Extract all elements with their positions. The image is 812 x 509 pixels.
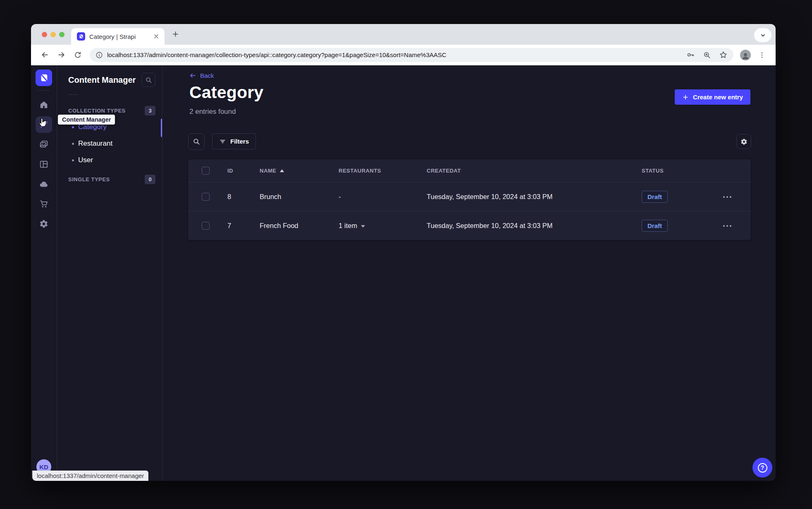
content-manager-tooltip: Content Manager bbox=[58, 115, 115, 125]
search-icon bbox=[193, 138, 200, 145]
content-manager-feather-icon bbox=[39, 120, 48, 129]
view-settings-button[interactable] bbox=[736, 134, 751, 149]
bullet-icon bbox=[72, 159, 74, 161]
cell-name: French Food bbox=[260, 222, 339, 230]
status-badge: Draft bbox=[642, 191, 668, 203]
entries-count: 2 entries found bbox=[189, 108, 236, 116]
rail-divider bbox=[38, 90, 50, 91]
single-types-label: SINGLE TYPES bbox=[68, 176, 110, 182]
active-item-indicator bbox=[161, 119, 162, 137]
gear-icon bbox=[39, 219, 48, 228]
content-type-builder-icon bbox=[39, 160, 48, 169]
question-mark-icon: ? bbox=[758, 463, 767, 473]
column-header-status[interactable]: STATUS bbox=[642, 168, 717, 174]
new-tab-button[interactable] bbox=[172, 30, 179, 38]
row-checkbox[interactable] bbox=[202, 222, 210, 230]
link-preview-status-bar: localhost:1337/admin/content-manager bbox=[32, 471, 148, 481]
browser-tab[interactable]: Category | Strapi bbox=[71, 28, 165, 45]
nav-content-type-builder[interactable] bbox=[36, 156, 52, 173]
select-all-checkbox[interactable] bbox=[202, 167, 210, 175]
strapi-logo[interactable] bbox=[36, 70, 52, 86]
plus-icon bbox=[682, 94, 689, 101]
column-header-createdat[interactable]: CREATEDAT bbox=[427, 168, 642, 174]
single-types-count-badge: 0 bbox=[145, 175, 155, 184]
sidebar-item-restaurant[interactable]: Restaurant bbox=[57, 135, 162, 152]
filter-icon bbox=[219, 138, 226, 145]
nav-settings[interactable] bbox=[36, 216, 52, 232]
nav-home[interactable] bbox=[36, 96, 52, 113]
cell-restaurants: - bbox=[339, 193, 427, 201]
cell-createdat: Tuesday, September 10, 2024 at 3:03 PM bbox=[427, 193, 642, 201]
cell-id: 7 bbox=[227, 222, 260, 230]
forward-nav-icon[interactable] bbox=[54, 48, 68, 62]
tab-close-icon[interactable] bbox=[153, 33, 160, 40]
subnav-search-button[interactable] bbox=[141, 73, 155, 87]
table-row[interactable]: 7 French Food 1 item Tuesday, September … bbox=[188, 211, 751, 240]
status-badge: Draft bbox=[642, 220, 668, 232]
filters-button[interactable]: Filters bbox=[212, 133, 256, 149]
shopping-cart-icon bbox=[39, 199, 48, 209]
back-arrow-icon bbox=[189, 72, 196, 79]
nav-deploy-cloud[interactable] bbox=[36, 176, 52, 192]
main-content: Back Category 2 entries found Create new… bbox=[162, 65, 776, 481]
nav-media-library[interactable] bbox=[36, 136, 52, 153]
strapi-app: KD Content Manager COLLECTION TYPES 3 Ca… bbox=[31, 65, 776, 481]
bullet-icon bbox=[72, 126, 74, 128]
window-controls bbox=[42, 32, 64, 37]
gear-icon bbox=[740, 138, 748, 145]
collection-types-list: Category Restaurant User bbox=[57, 119, 162, 168]
media-library-icon bbox=[39, 140, 48, 149]
collection-types-count-badge: 3 bbox=[145, 106, 155, 115]
fullscreen-window-button[interactable] bbox=[59, 32, 64, 37]
nav-marketplace[interactable] bbox=[36, 196, 52, 212]
help-button[interactable]: ? bbox=[752, 458, 772, 478]
table-row[interactable]: 8 Brunch - Tuesday, September 10, 2024 a… bbox=[188, 182, 751, 211]
browser-toolbar: localhost:1337/admin/content-manager/col… bbox=[31, 45, 776, 65]
browser-window: Category | Strapi localhost:1337/admin/c… bbox=[31, 24, 776, 481]
back-link[interactable]: Back bbox=[189, 72, 214, 79]
expand-relation-caret-icon bbox=[361, 225, 365, 228]
reload-icon[interactable] bbox=[71, 48, 85, 62]
table-search-button[interactable] bbox=[188, 133, 205, 150]
content-manager-subnav: Content Manager COLLECTION TYPES 3 Categ… bbox=[57, 65, 162, 481]
column-header-id[interactable]: ID bbox=[227, 168, 260, 174]
table-header-row: ID NAME RESTAURANTS CREATEDAT STATUS bbox=[188, 159, 751, 182]
tab-title: Category | Strapi bbox=[89, 33, 150, 40]
nav-rail: KD bbox=[31, 65, 57, 481]
back-nav-icon[interactable] bbox=[38, 48, 52, 62]
tab-search-chevron-icon[interactable] bbox=[754, 28, 771, 42]
column-header-restaurants[interactable]: RESTAURANTS bbox=[339, 168, 427, 174]
cell-id: 8 bbox=[227, 193, 260, 201]
browser-profile-avatar[interactable] bbox=[740, 50, 751, 60]
page-title: Category bbox=[189, 83, 263, 102]
cell-createdat: Tuesday, September 10, 2024 at 3:03 PM bbox=[427, 222, 642, 230]
create-new-entry-button[interactable]: Create new entry bbox=[675, 89, 750, 105]
bullet-icon bbox=[72, 143, 74, 145]
column-header-name[interactable]: NAME bbox=[260, 168, 339, 174]
browser-menu-kebab-icon[interactable] bbox=[755, 48, 769, 62]
close-window-button[interactable] bbox=[42, 32, 47, 37]
row-actions-menu-icon[interactable] bbox=[717, 225, 751, 227]
home-icon bbox=[39, 100, 48, 109]
cell-name: Brunch bbox=[260, 193, 339, 201]
nav-content-manager[interactable] bbox=[36, 116, 52, 133]
sort-ascending-icon bbox=[280, 169, 284, 172]
row-checkbox[interactable] bbox=[202, 193, 210, 201]
cell-restaurants[interactable]: 1 item bbox=[339, 222, 427, 230]
url-bar[interactable]: localhost:1337/admin/content-manager/col… bbox=[90, 48, 733, 62]
tab-strip: Category | Strapi bbox=[31, 24, 776, 45]
sidebar-item-user[interactable]: User bbox=[57, 152, 162, 168]
entries-table: ID NAME RESTAURANTS CREATEDAT STATUS 8 B… bbox=[188, 159, 751, 240]
site-info-icon[interactable] bbox=[96, 51, 103, 59]
url-text[interactable]: localhost:1337/admin/content-manager/col… bbox=[107, 51, 681, 58]
search-icon bbox=[145, 77, 152, 84]
row-actions-menu-icon[interactable] bbox=[717, 196, 751, 198]
minimize-window-button[interactable] bbox=[50, 32, 56, 37]
bookmark-star-icon[interactable] bbox=[719, 50, 728, 59]
passwords-key-icon[interactable] bbox=[686, 50, 695, 59]
cloud-icon bbox=[39, 179, 49, 189]
collection-types-label: COLLECTION TYPES bbox=[68, 108, 126, 114]
subnav-title: Content Manager bbox=[68, 75, 136, 85]
zoom-magnifier-icon[interactable] bbox=[703, 51, 711, 59]
strapi-favicon-icon bbox=[77, 32, 85, 41]
